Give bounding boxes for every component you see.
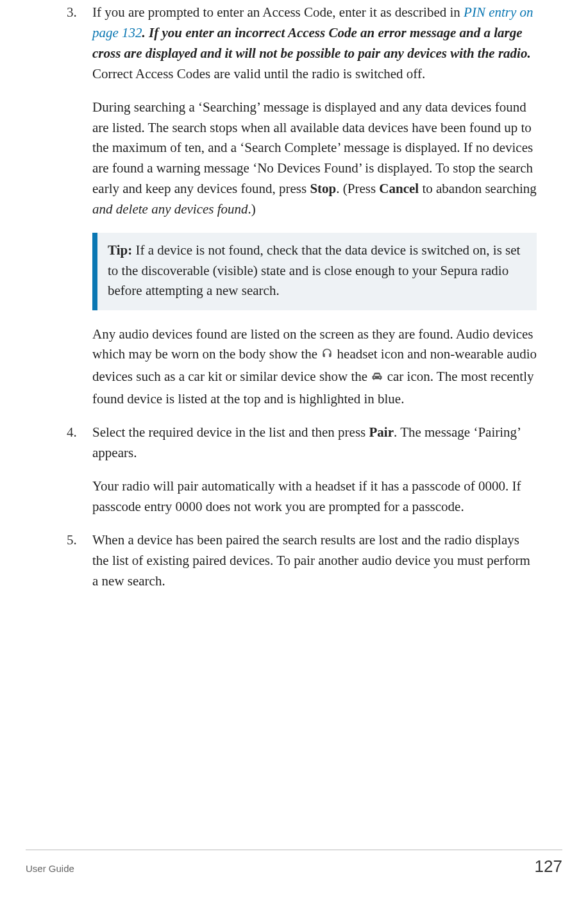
ordered-steps: 3. If you are prompted to enter an Acces… — [64, 3, 537, 592]
footer-doc-title: User Guide — [26, 863, 74, 874]
text: .) — [248, 201, 256, 217]
footer-page-number: 127 — [535, 857, 562, 876]
step-3-para-1: If you are prompted to enter an Access C… — [92, 3, 537, 85]
step-3: 3. If you are prompted to enter an Acces… — [64, 3, 537, 410]
stop-label: Stop — [310, 181, 336, 196]
pair-label: Pair — [369, 424, 394, 440]
step-3-para-2: During searching a ‘Searching’ message i… — [92, 97, 537, 220]
step-number: 4. — [67, 423, 77, 443]
italic-text: and delete any devices found — [92, 201, 248, 217]
text: If you are prompted to enter an Access C… — [92, 4, 464, 20]
body-content: 3. If you are prompted to enter an Acces… — [51, 0, 537, 592]
page: 3. If you are prompted to enter an Acces… — [0, 0, 588, 897]
text: to abandon searching — [419, 181, 537, 196]
step-4-para-2: Your radio will pair automatically with … — [92, 476, 537, 517]
page-footer: User Guide 127 — [26, 850, 562, 876]
tip-body: If a device is not found, check that the… — [108, 242, 520, 298]
cancel-label: Cancel — [379, 181, 419, 196]
step-5: 5. When a device has been paired the sea… — [64, 530, 537, 592]
tip-box: Tip: If a device is not found, check tha… — [92, 233, 537, 310]
step-4: 4. Select the required device in the lis… — [64, 423, 537, 517]
step-number: 3. — [67, 3, 77, 23]
step-number: 5. — [67, 530, 77, 551]
tip-label: Tip: — [108, 242, 132, 258]
text: . (Press — [336, 181, 379, 196]
step-5-para-1: When a device has been paired the search… — [92, 530, 537, 592]
link-text: PIN entry — [464, 4, 516, 20]
bold-italic-text: . If you enter an incorrect Access Code … — [92, 25, 531, 61]
text: Correct Access Codes are valid until the… — [92, 66, 425, 81]
headset-icon — [321, 346, 333, 367]
car-icon — [371, 369, 383, 389]
text: Select the required device in the list a… — [92, 424, 369, 440]
step-3-para-3: Any audio devices found are listed on th… — [92, 324, 537, 410]
step-4-para-1: Select the required device in the list a… — [92, 423, 537, 464]
